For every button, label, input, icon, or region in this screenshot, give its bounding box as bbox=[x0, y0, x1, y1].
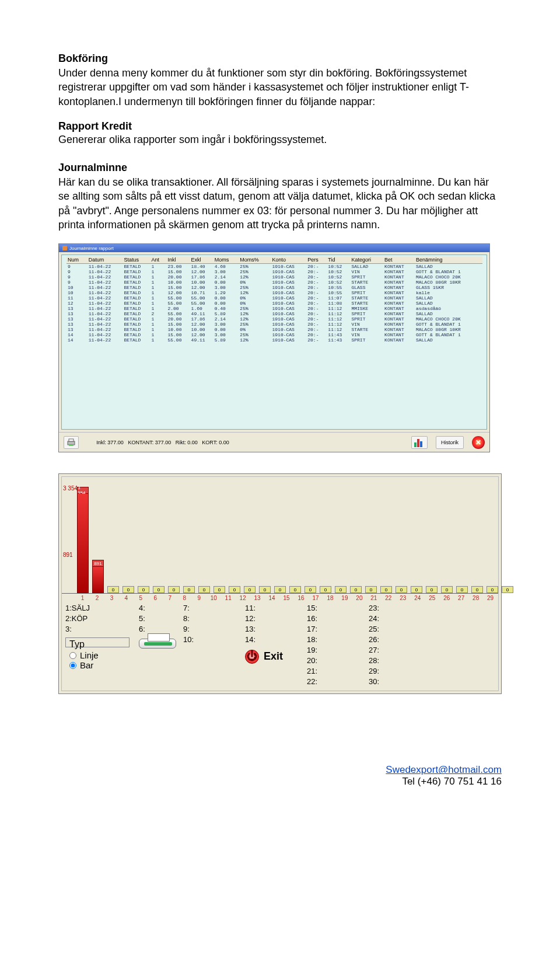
radio-bar-label[interactable]: Bar bbox=[69, 660, 125, 670]
footer-tel: Tel (+46) 70 751 41 16 bbox=[402, 776, 502, 787]
table-row[interactable]: 1411-04-22BETALD155.0049.115.8912%1910-C… bbox=[66, 337, 482, 343]
printer-icon bbox=[66, 438, 76, 447]
table-row[interactable]: 1011-04-22BETALD112.0010.711.2912%1910-C… bbox=[66, 290, 482, 295]
table-row[interactable]: 1311-04-22BETALD110.0010.000.000%1910-CA… bbox=[66, 327, 482, 332]
table-row[interactable]: 1311-04-22BETALD120.0017.862.1412%1910-C… bbox=[66, 316, 482, 322]
chart-bar: 0 bbox=[107, 586, 119, 593]
table-row[interactable]: 1311-04-22BETALD255.0049.115.8912%1910-C… bbox=[66, 311, 482, 316]
bar-value-label: 0 bbox=[304, 586, 316, 593]
radio-bar[interactable] bbox=[69, 662, 76, 669]
radio-linje-label[interactable]: Linje bbox=[69, 650, 125, 660]
x-tick: 17 bbox=[310, 595, 321, 601]
col-exkl[interactable]: Exkl bbox=[190, 256, 214, 264]
legend-14: 14: bbox=[245, 635, 303, 645]
large-printer-button[interactable] bbox=[139, 639, 176, 649]
bar-value-label: 0 bbox=[487, 586, 498, 593]
col-moms[interactable]: Moms bbox=[214, 256, 239, 264]
col-konto[interactable]: Konto bbox=[271, 256, 307, 264]
chart-button[interactable] bbox=[411, 436, 428, 449]
bar-value-label: 0 bbox=[244, 586, 256, 593]
paragraph-1-text: Under denna meny kommer du åt funktioner… bbox=[58, 67, 469, 107]
typ-title: Typ bbox=[69, 639, 125, 649]
col-datum[interactable]: Datum bbox=[88, 256, 123, 264]
bar-value-label: 0 bbox=[320, 586, 331, 593]
table-row[interactable]: 1311-04-22BETALD115.0012.003.0025%1910-C… bbox=[66, 322, 482, 327]
chart-bar: 0 bbox=[168, 586, 180, 593]
col-num[interactable]: Num bbox=[66, 256, 88, 264]
bar-value-label: 0 bbox=[123, 586, 134, 593]
table-scroll[interactable]: NumDatumStatusAntInklExklMomsMoms%KontoP… bbox=[61, 255, 487, 430]
paragraph-2: Genererar olika rapporter som ingår i bo… bbox=[58, 133, 502, 147]
x-tick: 13 bbox=[252, 595, 263, 601]
chart-value-max: 3 354 bbox=[63, 485, 78, 492]
col-tid[interactable]: Tid bbox=[327, 256, 350, 264]
window-titlebar[interactable]: Journalminne rapport bbox=[59, 244, 489, 252]
legend-8: 8: bbox=[183, 614, 242, 624]
bar-value-label: 0 bbox=[153, 586, 164, 593]
chart-value-2: 891 bbox=[63, 552, 73, 558]
legend-20: 20: bbox=[307, 656, 365, 666]
total-rikt: Rikt: 0.00 bbox=[176, 440, 198, 445]
table-row[interactable]: 1011-04-22BETALD115.0012.003.0025%1910-C… bbox=[66, 285, 482, 290]
x-tick: 24 bbox=[412, 595, 423, 601]
chart-bar: 0 bbox=[335, 586, 346, 593]
table-row[interactable]: 911-04-22BETALD110.0010.000.000%1910-CAS… bbox=[66, 280, 482, 285]
chart-bar: 0 bbox=[274, 586, 286, 593]
x-tick: 28 bbox=[470, 595, 481, 601]
close-button[interactable]: ✕ bbox=[472, 436, 485, 449]
section-title-bokforing: Bokföring bbox=[58, 53, 502, 65]
chart-window: 3 354 891 3 3548910000000000000000000000… bbox=[58, 473, 502, 694]
x-tick: 9 bbox=[194, 595, 205, 601]
table-row[interactable]: 911-04-22BETALD120.0017.862.1412%1910-CA… bbox=[66, 274, 482, 280]
legend-11: 11: bbox=[245, 604, 303, 614]
x-tick: 16 bbox=[296, 595, 307, 601]
legend-4: 4: bbox=[139, 604, 180, 614]
bar-value-label: 0 bbox=[350, 586, 362, 593]
col-status[interactable]: Status bbox=[123, 256, 150, 264]
bar-value-label: 0 bbox=[289, 586, 301, 593]
x-tick: 26 bbox=[441, 595, 452, 601]
footer-email-link[interactable]: Swedexport@hotmail.com bbox=[386, 764, 502, 775]
table-row[interactable]: 1111-04-22BETALD155.0055.000.000%1910-CA… bbox=[66, 295, 482, 301]
legend-23: 23: bbox=[369, 604, 427, 614]
chart-bar: 0 bbox=[380, 586, 392, 593]
col-ant[interactable]: Ant bbox=[150, 256, 167, 264]
bar-value-label: 0 bbox=[183, 586, 195, 593]
x-tick: 27 bbox=[456, 595, 467, 601]
table-row[interactable]: 911-04-22BETALD123.0018.404.6025%1910-CA… bbox=[66, 264, 482, 270]
col-bet[interactable]: Bet bbox=[383, 256, 415, 264]
legend-9: 9: bbox=[183, 625, 242, 635]
table-row[interactable]: 911-04-22BETALD115.0012.003.0025%1910-CA… bbox=[66, 269, 482, 274]
x-tick: 23 bbox=[397, 595, 408, 601]
legend-grid: 1:SÄLJ 2:KÖP 3: Typ Linje Bar 4: 5: 6: 7… bbox=[62, 602, 498, 691]
col-moms%[interactable]: Moms% bbox=[239, 256, 271, 264]
legend-29: 29: bbox=[369, 667, 427, 677]
legend-12: 12: bbox=[245, 614, 303, 624]
table-row[interactable]: 1311-04-22BETALD12.001.600.4025%1910-CAS… bbox=[66, 306, 482, 311]
total-kontant: KONTANT: 377.00 bbox=[128, 440, 171, 445]
col-inkl[interactable]: Inkl bbox=[166, 256, 190, 264]
table-row[interactable]: 1211-04-22BETALD155.0055.000.000%1910-CA… bbox=[66, 301, 482, 306]
col-kategori[interactable]: Kategori bbox=[350, 256, 383, 264]
total-inkl: Inkl: 377.00 bbox=[96, 440, 124, 445]
power-icon: ⏻ bbox=[245, 650, 259, 664]
exit-button[interactable]: ⏻ Exit bbox=[245, 651, 303, 661]
historik-button[interactable]: Historik bbox=[436, 436, 464, 449]
legend-1: 1:SÄLJ bbox=[65, 604, 135, 614]
legend-19: 19: bbox=[307, 646, 365, 656]
legend-16: 16: bbox=[307, 614, 365, 624]
section-title-journalminne: Journalminne bbox=[58, 162, 502, 174]
x-tick: 22 bbox=[383, 595, 394, 601]
x-tick: 14 bbox=[267, 595, 278, 601]
table-row[interactable]: 1411-04-22BETALD115.0012.003.0025%1910-C… bbox=[66, 332, 482, 337]
legend-13: 13: bbox=[245, 625, 303, 635]
print-button[interactable] bbox=[64, 436, 79, 449]
col-benämning[interactable]: Benämning bbox=[415, 256, 482, 264]
legend-10: 10: bbox=[183, 635, 242, 645]
bar-value-label: 3 354 bbox=[77, 487, 89, 494]
x-tick: 25 bbox=[426, 595, 438, 601]
totals-text: Inkl: 377.00 KONTANT: 377.00 Rikt: 0.00 … bbox=[87, 440, 239, 445]
x-tick: 10 bbox=[208, 595, 219, 601]
col-pers[interactable]: Pers bbox=[306, 256, 327, 264]
radio-linje[interactable] bbox=[69, 652, 76, 659]
